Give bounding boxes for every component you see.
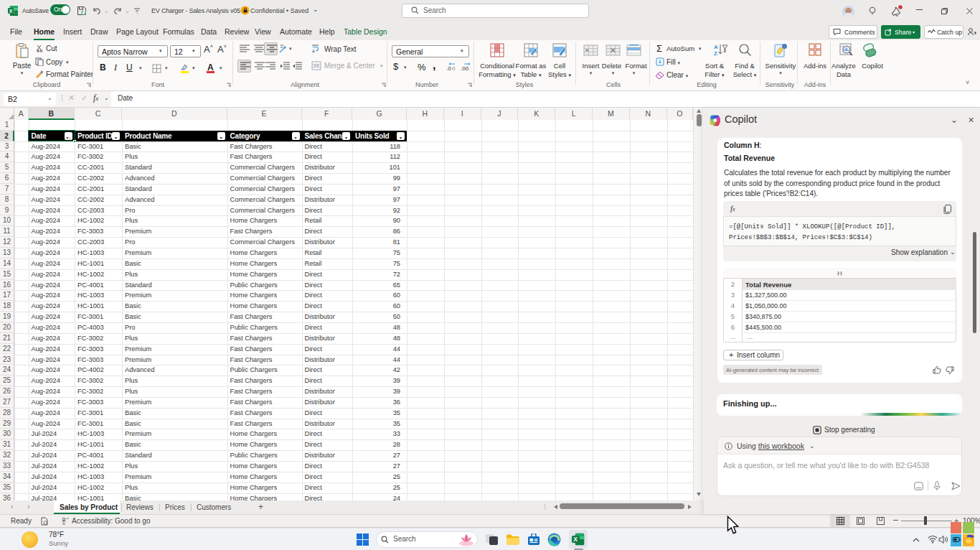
svg-text:X: X [573, 536, 578, 543]
svg-text:.00: .00 [461, 65, 469, 72]
svg-text:Z: Z [714, 50, 717, 57]
svg-text:X: X [9, 9, 13, 14]
svg-text:.0: .0 [446, 65, 451, 72]
svg-text:A: A [714, 44, 718, 50]
svg-text:0: 0 [452, 65, 456, 72]
